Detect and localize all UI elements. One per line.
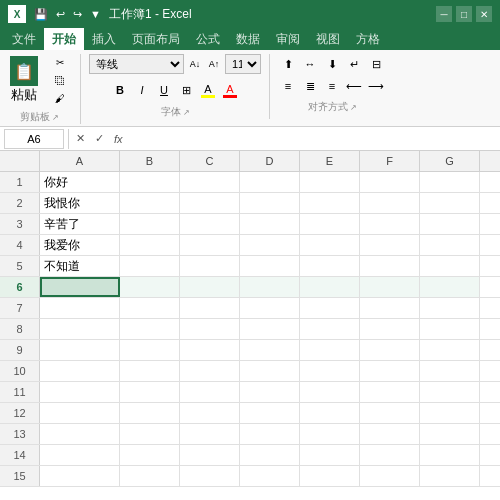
- cell-A10[interactable]: [40, 361, 120, 381]
- cell-B13[interactable]: [120, 424, 180, 444]
- row-number-5[interactable]: 5: [0, 256, 40, 276]
- cell-D8[interactable]: [240, 319, 300, 339]
- cell-A12[interactable]: [40, 403, 120, 423]
- cell-G10[interactable]: [420, 361, 480, 381]
- cell-E8[interactable]: [300, 319, 360, 339]
- cell-B6[interactable]: [120, 277, 180, 297]
- cell-F14[interactable]: [360, 445, 420, 465]
- cell-B2[interactable]: [120, 193, 180, 213]
- cell-A8[interactable]: [40, 319, 120, 339]
- row-number-1[interactable]: 1: [0, 172, 40, 192]
- cell-B5[interactable]: [120, 256, 180, 276]
- cell-F9[interactable]: [360, 340, 420, 360]
- function-button[interactable]: fx: [111, 133, 126, 145]
- tab-file[interactable]: 文件: [4, 28, 44, 50]
- cell-A9[interactable]: [40, 340, 120, 360]
- undo-button[interactable]: ↩: [54, 6, 67, 23]
- cell-E5[interactable]: [300, 256, 360, 276]
- cell-E1[interactable]: [300, 172, 360, 192]
- format-painter-button[interactable]: 🖌: [48, 90, 72, 106]
- indent-increase-button[interactable]: ⟶: [366, 76, 386, 96]
- cell-F4[interactable]: [360, 235, 420, 255]
- cell-B12[interactable]: [120, 403, 180, 423]
- cell-A14[interactable]: [40, 445, 120, 465]
- clipboard-expand-icon[interactable]: ↗: [52, 113, 59, 122]
- cell-E10[interactable]: [300, 361, 360, 381]
- merge-button[interactable]: ⊟: [366, 54, 386, 74]
- cell-D2[interactable]: [240, 193, 300, 213]
- cell-G9[interactable]: [420, 340, 480, 360]
- bold-button[interactable]: B: [110, 80, 130, 100]
- cell-D12[interactable]: [240, 403, 300, 423]
- cut-button[interactable]: ✂: [48, 54, 72, 70]
- tab-review[interactable]: 审阅: [268, 28, 308, 50]
- cell-F2[interactable]: [360, 193, 420, 213]
- cell-D1[interactable]: [240, 172, 300, 192]
- row-number-6[interactable]: 6: [0, 277, 40, 297]
- cell-D7[interactable]: [240, 298, 300, 318]
- paste-button[interactable]: 📋 粘贴: [6, 54, 42, 106]
- tab-extra[interactable]: 方格: [348, 28, 388, 50]
- cell-C1[interactable]: [180, 172, 240, 192]
- cell-B11[interactable]: [120, 382, 180, 402]
- col-header-b[interactable]: B: [120, 151, 180, 171]
- cell-G1[interactable]: [420, 172, 480, 192]
- cell-G6[interactable]: [420, 277, 480, 297]
- cell-E3[interactable]: [300, 214, 360, 234]
- underline-button[interactable]: U: [154, 80, 174, 100]
- col-header-g[interactable]: G: [420, 151, 480, 171]
- col-header-f[interactable]: F: [360, 151, 420, 171]
- cell-D14[interactable]: [240, 445, 300, 465]
- row-number-14[interactable]: 14: [0, 445, 40, 465]
- row-number-7[interactable]: 7: [0, 298, 40, 318]
- col-header-e[interactable]: E: [300, 151, 360, 171]
- cell-C12[interactable]: [180, 403, 240, 423]
- cell-G15[interactable]: [420, 466, 480, 486]
- cell-A4[interactable]: 我爱你: [40, 235, 120, 255]
- cell-A11[interactable]: [40, 382, 120, 402]
- cell-B8[interactable]: [120, 319, 180, 339]
- font-color-button[interactable]: A: [220, 79, 240, 101]
- cell-E13[interactable]: [300, 424, 360, 444]
- cell-E7[interactable]: [300, 298, 360, 318]
- cell-G14[interactable]: [420, 445, 480, 465]
- cell-A13[interactable]: [40, 424, 120, 444]
- cell-E6[interactable]: [300, 277, 360, 297]
- row-number-3[interactable]: 3: [0, 214, 40, 234]
- cell-C8[interactable]: [180, 319, 240, 339]
- fill-color-button[interactable]: A: [198, 79, 218, 101]
- cell-C7[interactable]: [180, 298, 240, 318]
- tab-view[interactable]: 视图: [308, 28, 348, 50]
- cell-B9[interactable]: [120, 340, 180, 360]
- cell-A15[interactable]: [40, 466, 120, 486]
- cell-F5[interactable]: [360, 256, 420, 276]
- cell-E12[interactable]: [300, 403, 360, 423]
- cell-G3[interactable]: [420, 214, 480, 234]
- row-number-10[interactable]: 10: [0, 361, 40, 381]
- cell-C11[interactable]: [180, 382, 240, 402]
- cell-E9[interactable]: [300, 340, 360, 360]
- row-number-15[interactable]: 15: [0, 466, 40, 486]
- cancel-button[interactable]: ✕: [73, 132, 88, 145]
- cell-E15[interactable]: [300, 466, 360, 486]
- cell-F12[interactable]: [360, 403, 420, 423]
- cell-D10[interactable]: [240, 361, 300, 381]
- tab-data[interactable]: 数据: [228, 28, 268, 50]
- cell-F3[interactable]: [360, 214, 420, 234]
- cell-B1[interactable]: [120, 172, 180, 192]
- cell-D6[interactable]: [240, 277, 300, 297]
- cell-B4[interactable]: [120, 235, 180, 255]
- cell-E11[interactable]: [300, 382, 360, 402]
- col-header-a[interactable]: A: [40, 151, 120, 171]
- wrap-text-button[interactable]: ↵: [344, 54, 364, 74]
- alignment-expand-icon[interactable]: ↗: [350, 103, 357, 112]
- align-middle-button[interactable]: ↔: [300, 54, 320, 74]
- save-button[interactable]: 💾: [32, 6, 50, 23]
- cell-C5[interactable]: [180, 256, 240, 276]
- cell-B7[interactable]: [120, 298, 180, 318]
- cell-A5[interactable]: 不知道: [40, 256, 120, 276]
- cell-D4[interactable]: [240, 235, 300, 255]
- indent-decrease-button[interactable]: ⟵: [344, 76, 364, 96]
- tab-formula[interactable]: 公式: [188, 28, 228, 50]
- cell-G12[interactable]: [420, 403, 480, 423]
